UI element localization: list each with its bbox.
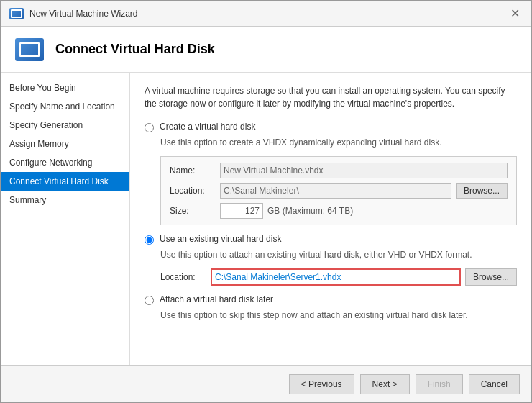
sidebar-item-specify-name[interactable]: Specify Name and Location <box>1 97 129 116</box>
sidebar-item-before-you-begin[interactable]: Before You Begin <box>1 78 129 97</box>
option1-form: Name: Location: Browse... Size: GB (Maxi… <box>160 156 517 225</box>
option2-description: Use this option to attach an existing vi… <box>160 249 517 261</box>
option3-row: Attach a virtual hard disk later <box>145 294 517 305</box>
option2-row: Use an existing virtual hard disk <box>145 234 517 245</box>
option3-description: Use this option to skip this step now an… <box>160 309 517 322</box>
cancel-button[interactable]: Cancel <box>469 374 520 394</box>
wizard-icon <box>9 8 24 19</box>
option2-label[interactable]: Use an existing virtual hard disk <box>160 234 281 244</box>
option1-description: Use this option to create a VHDX dynamic… <box>160 137 517 149</box>
option3-radio[interactable] <box>145 296 154 305</box>
next-button[interactable]: Next > <box>360 374 410 394</box>
sidebar-item-assign-memory[interactable]: Assign Memory <box>1 135 129 153</box>
location-row-1: Location: Browse... <box>170 183 508 199</box>
location-input-2[interactable] <box>211 268 461 286</box>
sidebar-item-configure-networking[interactable]: Configure Networking <box>1 153 129 172</box>
option1-label[interactable]: Create a virtual hard disk <box>160 122 255 132</box>
main-content: A virtual machine requires storage so th… <box>130 73 531 365</box>
size-input[interactable] <box>220 203 263 219</box>
name-label: Name: <box>170 166 220 176</box>
name-input[interactable] <box>220 163 508 178</box>
location-row-2: Location: Browse... <box>160 268 517 286</box>
footer: < Previous Next > Finish Cancel <box>1 365 531 402</box>
option1-row: Create a virtual hard disk <box>145 122 517 132</box>
window-title: New Virtual Machine Wizard <box>29 9 138 19</box>
option2-radio[interactable] <box>145 235 154 245</box>
page-title: Connect Virtual Hard Disk <box>55 42 215 57</box>
sidebar-item-summary[interactable]: Summary <box>1 191 129 209</box>
finish-button[interactable]: Finish <box>416 374 463 394</box>
size-group: GB (Maximum: 64 TB) <box>220 203 353 219</box>
option3-label[interactable]: Attach a virtual hard disk later <box>160 294 273 304</box>
sidebar: Before You Begin Specify Name and Locati… <box>1 73 130 365</box>
page-header: Connect Virtual Hard Disk <box>1 27 531 73</box>
location-label-1: Location: <box>170 186 220 196</box>
title-bar-left: New Virtual Machine Wizard <box>9 8 138 19</box>
browse-button-2[interactable]: Browse... <box>465 268 517 286</box>
close-button[interactable]: ✕ <box>508 8 523 19</box>
sidebar-item-connect-vhd[interactable]: Connect Virtual Hard Disk <box>1 172 129 191</box>
location-label-2: Location: <box>160 272 211 282</box>
previous-button[interactable]: < Previous <box>289 374 354 394</box>
description-text: A virtual machine requires storage so th… <box>145 84 517 110</box>
browse-button-1[interactable]: Browse... <box>456 183 508 199</box>
wizard-window: New Virtual Machine Wizard ✕ Connect Vir… <box>0 0 532 403</box>
sidebar-item-specify-generation[interactable]: Specify Generation <box>1 116 129 135</box>
location-input-1[interactable] <box>220 183 451 199</box>
page-header-icon <box>15 38 44 61</box>
size-row: Size: GB (Maximum: 64 TB) <box>170 203 508 219</box>
content-area: Before You Begin Specify Name and Locati… <box>1 73 531 365</box>
option1-radio[interactable] <box>145 123 154 132</box>
title-bar: New Virtual Machine Wizard ✕ <box>1 1 531 27</box>
name-row: Name: <box>170 163 508 178</box>
size-label: Size: <box>170 206 220 216</box>
size-unit: GB (Maximum: 64 TB) <box>267 206 353 216</box>
